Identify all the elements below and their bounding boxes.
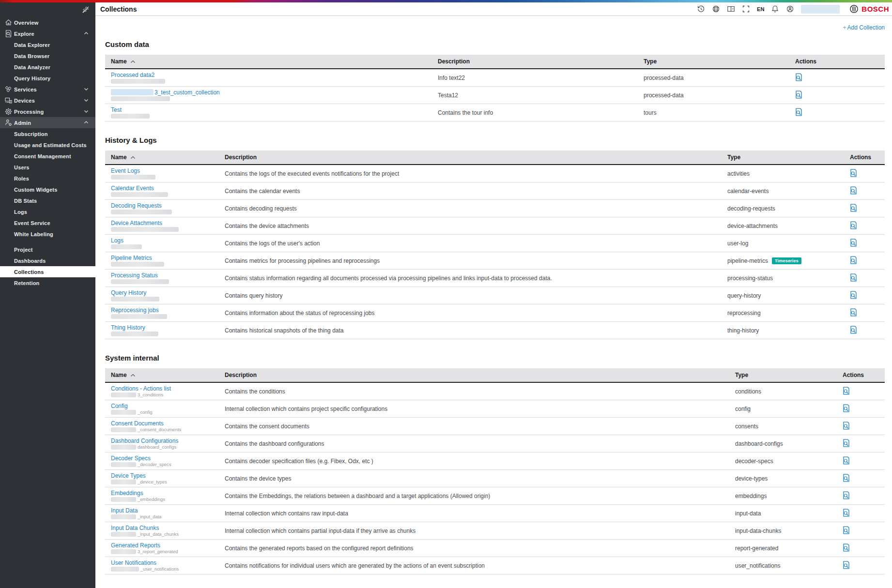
view-documents-button[interactable] (843, 491, 850, 499)
view-documents-button[interactable] (850, 238, 858, 247)
sidebar-item-explore[interactable]: Explore (0, 28, 95, 39)
sidebar-item-dashboards[interactable]: Dashboards (0, 255, 95, 266)
sidebar-item-db-stats[interactable]: DB Stats (0, 195, 95, 206)
language-selector[interactable]: EN (757, 6, 764, 12)
sidebar-item-data-analyzer[interactable]: Data Analyzer (0, 61, 95, 73)
collection-id-subtext: 3_report_generated (138, 549, 178, 554)
collection-link[interactable]: Processing Status (111, 272, 158, 278)
collection-link[interactable]: Test (111, 107, 122, 113)
actions-cell (844, 308, 885, 318)
sidebar-item-event-service[interactable]: Event Service (0, 217, 95, 228)
collection-link[interactable]: Dashboard Configurations (111, 438, 178, 444)
collection-link[interactable]: Embeddings (111, 490, 143, 496)
view-documents-button[interactable] (850, 273, 858, 282)
actions-cell (837, 508, 885, 518)
view-documents-button[interactable] (795, 73, 803, 81)
sidebar-item-logs[interactable]: Logs (0, 206, 95, 217)
sidebar-item-label: Processing (14, 109, 44, 115)
sidebar-item-project[interactable]: Project (0, 244, 95, 255)
sidebar-item-devices[interactable]: Devices (0, 95, 95, 106)
sidebar-item-white-labeling[interactable]: White Labeling (0, 228, 95, 240)
view-documents-button[interactable] (850, 308, 858, 317)
main-area: Collections ? EN (95, 2, 892, 588)
view-documents-button[interactable] (843, 386, 850, 395)
collection-link[interactable]: Pipeline Metrics (111, 255, 152, 261)
view-documents-button[interactable] (843, 473, 850, 482)
collection-link[interactable]: Calendar Events (111, 185, 154, 191)
add-collection-button[interactable]: +Add Collection (843, 24, 885, 31)
collection-id-subtext: 3_conditions (138, 392, 163, 397)
history-icon[interactable] (697, 5, 705, 13)
collection-link[interactable]: Decoder Specs (111, 455, 151, 461)
collection-link[interactable]: Reprocessing jobs (111, 307, 159, 313)
view-documents-button[interactable] (850, 203, 858, 212)
collection-link[interactable]: User Notifications (111, 560, 156, 566)
sidebar-item-services[interactable]: Services (0, 84, 95, 95)
column-header-name[interactable]: Name (105, 372, 219, 378)
view-documents-button[interactable] (850, 290, 858, 299)
collection-link[interactable]: Thing History (111, 325, 145, 331)
collection-link[interactable]: Processed data2 (111, 72, 154, 78)
collection-link[interactable]: Consent Documents (111, 421, 164, 426)
view-documents-button[interactable] (850, 221, 858, 229)
name-cell: Input Data _input_data (105, 508, 219, 519)
collection-link[interactable]: Config (111, 403, 128, 409)
collection-link[interactable]: Conditions - Actions list (111, 386, 171, 392)
table-row: Generated Reports 3_report_generated Con… (105, 540, 885, 557)
collection-link[interactable]: Generated Reports (111, 543, 160, 548)
sidebar-item-custom-widgets[interactable]: Custom Widgets (0, 184, 95, 195)
unpin-sidebar-icon[interactable] (82, 5, 92, 15)
sidebar-item-data-explorer[interactable]: Data Explorer (0, 39, 95, 50)
view-documents-button[interactable] (843, 421, 850, 430)
account-icon[interactable] (786, 5, 794, 13)
redacted-subtext (111, 410, 136, 415)
view-documents-button[interactable] (850, 186, 858, 195)
fullscreen-icon[interactable] (742, 5, 750, 13)
sidebar-item-admin[interactable]: Admin (0, 117, 95, 128)
collection-link[interactable]: Device Attachments (111, 220, 162, 226)
sidebar-item-users[interactable]: Users (0, 162, 95, 173)
view-documents-button[interactable] (843, 456, 850, 465)
sidebar-item-processing[interactable]: Processing (0, 106, 95, 117)
collection-link[interactable]: Logs (111, 238, 123, 243)
type-value: calendar-events (727, 188, 769, 195)
collection-link[interactable]: Decoding Requests (111, 203, 162, 209)
sidebar-item-label: Query History (14, 75, 50, 81)
sidebar-item-query-history[interactable]: Query History (0, 73, 95, 84)
view-documents-button[interactable] (843, 543, 850, 552)
collection-link[interactable]: 3_test_custom_collection (154, 90, 220, 95)
globe-icon[interactable] (712, 5, 720, 13)
view-documents-button[interactable] (843, 438, 850, 447)
sidebar-item-consent-management[interactable]: Consent Management (0, 151, 95, 162)
collection-link[interactable]: Query History (111, 290, 146, 296)
collection-link[interactable]: Input Data (111, 508, 138, 513)
sidebar-item-collections[interactable]: Collections (0, 266, 95, 277)
view-documents-button[interactable] (850, 325, 858, 334)
view-documents-button[interactable] (843, 560, 850, 569)
notifications-bell-icon[interactable] (771, 5, 779, 13)
view-documents-button[interactable] (795, 107, 803, 116)
sidebar-item-data-browser[interactable]: Data Browser (0, 50, 95, 61)
sidebar-item-retention[interactable]: Retention (0, 277, 95, 288)
column-header-name[interactable]: Name (105, 154, 219, 161)
view-documents-button[interactable] (843, 526, 850, 534)
help-panel-icon[interactable]: ? (727, 5, 735, 13)
collection-link[interactable]: Device Types (111, 473, 146, 479)
view-documents-button[interactable] (795, 90, 803, 99)
name-cell: Input Data Chunks _input_data_chunks (105, 525, 219, 537)
collection-link[interactable]: Input Data Chunks (111, 525, 159, 531)
redacted-subtext (111, 532, 136, 537)
sidebar-item-subscription[interactable]: Subscription (0, 128, 95, 139)
sidebar-item-usage-and-estimated-costs[interactable]: Usage and Estimated Costs (0, 139, 95, 151)
table-header: Name Description Type Actions (105, 151, 885, 165)
sidebar-item-roles[interactable]: Roles (0, 173, 95, 184)
view-documents-button[interactable] (850, 256, 858, 264)
collection-link[interactable]: Event Logs (111, 168, 140, 174)
description-cell: Contains query history (219, 292, 722, 299)
view-documents-button[interactable] (843, 404, 850, 412)
column-header-name[interactable]: Name (105, 58, 432, 65)
view-documents-button[interactable] (843, 508, 850, 517)
type-value: processed-data (644, 92, 684, 99)
sidebar-item-overview[interactable]: Overview (0, 17, 95, 28)
view-documents-button[interactable] (850, 168, 858, 177)
